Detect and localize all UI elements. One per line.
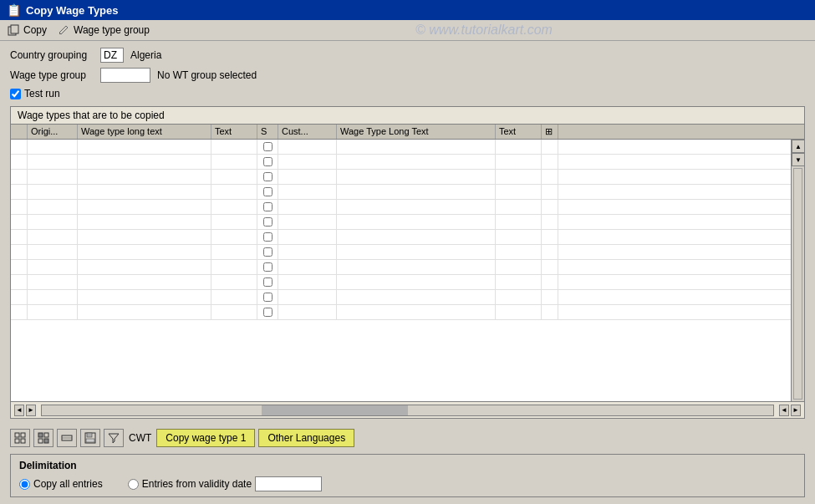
entries-from-validity-radio[interactable]	[128, 479, 139, 490]
copy-icon	[7, 23, 20, 37]
copy-all-radio-item: Copy all entries	[19, 478, 103, 490]
svg-rect-2	[15, 433, 19, 437]
table-row	[11, 305, 804, 320]
content-area: Country grouping Algeria Wage type group…	[0, 41, 815, 504]
vertical-scrollbar[interactable]: ▲ ▼	[791, 140, 804, 401]
table-row	[11, 185, 804, 200]
svg-rect-1	[11, 25, 18, 33]
other-languages-btn[interactable]: Other Languages	[258, 429, 354, 447]
table-row	[11, 155, 804, 170]
h-scroll-left-area: ◄ ►	[11, 405, 39, 416]
wage-type-group-row: Wage type group No WT group selected	[10, 68, 805, 83]
filter-btn[interactable]	[104, 429, 124, 447]
main-window: 📋 Copy Wage Types Copy Wage type group ©	[0, 0, 815, 504]
delimitation-radio-row: Copy all entries Entries from validity d…	[19, 476, 796, 491]
copy-all-label: Copy all entries	[33, 478, 103, 490]
table-row	[11, 215, 804, 230]
copy-toolbar-item[interactable]: Copy	[7, 23, 47, 37]
col-long-text-2: Wage Type Long Text	[337, 125, 496, 139]
grid2-btn[interactable]	[33, 429, 53, 447]
h-scroll-right-area: ◄ ►	[776, 405, 804, 416]
test-run-row: Test run	[10, 88, 805, 99]
svg-rect-13	[87, 433, 92, 437]
svg-rect-9	[44, 439, 48, 443]
country-grouping-label: Country grouping	[10, 49, 94, 61]
col-settings[interactable]: ⊞	[542, 125, 558, 139]
copy-wage-type-btn[interactable]: Copy wage type 1	[156, 429, 255, 447]
scroll-up-btn[interactable]: ▲	[792, 140, 804, 153]
table-title: Wage types that are to be copied	[11, 107, 804, 125]
table-row	[11, 275, 804, 290]
horizontal-scrollbar[interactable]	[41, 405, 774, 416]
table-rows-area	[11, 140, 804, 401]
copy-all-radio[interactable]	[19, 479, 30, 490]
delimitation-section: Delimitation Copy all entries Entries fr…	[10, 454, 805, 497]
action-bar: CWT Copy wage type 1 Other Languages	[10, 425, 805, 451]
test-run-checkbox[interactable]	[10, 89, 21, 99]
cwt-label: CWT	[129, 432, 151, 444]
table-row	[11, 200, 804, 215]
table-row	[11, 230, 804, 245]
entries-from-validity-radio-item: Entries from validity date	[128, 476, 322, 491]
wage-type-group-toolbar-label: Wage type group	[74, 24, 150, 36]
col-selector	[11, 125, 28, 139]
scroll-down-btn[interactable]: ▼	[792, 153, 804, 166]
h-scroll-far-left-btn[interactable]: ◄	[779, 405, 789, 416]
col-text: Text	[211, 125, 257, 139]
wage-type-group-input[interactable]	[100, 68, 150, 83]
table-row	[11, 290, 804, 305]
table-row	[11, 245, 804, 260]
h-scroll-far-right-btn[interactable]: ►	[791, 405, 801, 416]
wage-type-group-label: Wage type group	[10, 69, 94, 81]
col-s: S	[257, 125, 278, 139]
table-footer: ◄ ► ◄ ►	[11, 401, 804, 418]
table-body-area: ▲ ▼	[11, 140, 804, 401]
test-run-label: Test run	[24, 88, 60, 99]
col-original: Origi...	[28, 125, 78, 139]
h-scroll-right-btn[interactable]: ►	[26, 405, 36, 416]
no-wt-group-text: No WT group selected	[157, 69, 257, 81]
col-custom: Cust...	[278, 125, 337, 139]
save-btn[interactable]	[80, 429, 100, 447]
table-row	[11, 170, 804, 185]
country-name: Algeria	[130, 49, 161, 61]
wage-types-table-section: Wage types that are to be copied Origi..…	[10, 106, 805, 419]
wage-type-group-toolbar-item[interactable]: Wage type group	[57, 23, 150, 37]
watermark: © www.tutorialkart.com	[160, 23, 808, 38]
svg-rect-6	[38, 433, 43, 437]
title-bar-icon: 📋	[7, 3, 21, 17]
table-header: Origi... Wage type long text Text S Cust…	[11, 125, 804, 140]
svg-rect-5	[21, 439, 25, 443]
grid3-btn[interactable]	[57, 429, 77, 447]
svg-rect-14	[86, 439, 94, 442]
svg-rect-3	[21, 433, 25, 437]
title-bar: 📋 Copy Wage Types	[0, 0, 815, 20]
col-long-text: Wage type long text	[78, 125, 211, 139]
h-scroll-thumb	[262, 405, 408, 415]
svg-rect-7	[44, 433, 48, 437]
validity-date-input[interactable]	[255, 476, 322, 491]
svg-rect-8	[38, 439, 43, 443]
h-scroll-left-btn[interactable]: ◄	[14, 405, 24, 416]
pencil-icon	[57, 23, 70, 37]
toolbar: Copy Wage type group © www.tutorialkart.…	[0, 20, 815, 41]
country-grouping-row: Country grouping Algeria	[10, 48, 805, 63]
copy-toolbar-label: Copy	[23, 24, 47, 36]
table-row	[11, 260, 804, 275]
table-row	[11, 140, 804, 155]
delimitation-title: Delimitation	[19, 460, 796, 471]
grid1-btn[interactable]	[10, 429, 30, 447]
country-grouping-input[interactable]	[100, 48, 124, 63]
entries-from-validity-label: Entries from validity date	[142, 478, 252, 490]
svg-rect-4	[15, 439, 19, 443]
col-text-2: Text	[496, 125, 542, 139]
scroll-thumb[interactable]	[793, 168, 802, 400]
window-title: Copy Wage Types	[26, 4, 119, 17]
